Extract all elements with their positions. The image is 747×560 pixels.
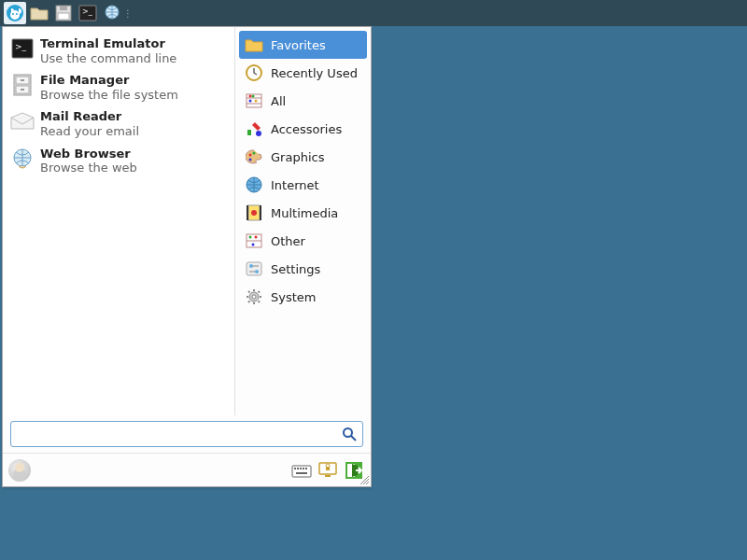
category-label: Favorites [271, 38, 326, 52]
search-icon [340, 425, 359, 443]
svg-point-56 [344, 428, 352, 437]
svg-rect-6 [58, 13, 69, 20]
app-subtitle: Use the command line [40, 51, 176, 66]
category-label: Accessories [271, 122, 342, 136]
globe-hand-icon [11, 147, 34, 170]
top-panel: >_ ⋮ [0, 0, 747, 26]
category-multimedia[interactable]: Multimedia [239, 199, 367, 227]
terminal-icon: >_ [78, 5, 97, 21]
category-internet[interactable]: Internet [239, 171, 367, 199]
svg-rect-5 [60, 6, 67, 10]
floppy-launcher[interactable] [52, 2, 75, 24]
app-file-manager[interactable]: File Manager Browse the file system [7, 69, 231, 105]
category-other[interactable]: Other [239, 227, 367, 255]
svg-rect-33 [247, 205, 248, 220]
category-label: Graphics [271, 150, 324, 164]
category-label: Other [271, 234, 305, 248]
svg-line-54 [248, 301, 250, 303]
file-cabinet-icon [12, 74, 33, 96]
file-manager-launcher[interactable] [28, 2, 50, 24]
app-web-browser[interactable]: Web Browser Browse the web [7, 143, 231, 179]
search-input[interactable] [15, 426, 340, 443]
abacus2-icon [246, 233, 262, 248]
categories-column: Favorites Recently Used All Accessories … [234, 27, 371, 415]
terminal-icon: >_ [11, 38, 34, 59]
category-label: Multimedia [271, 206, 338, 220]
globe-icon [246, 176, 262, 193]
svg-rect-16 [21, 89, 24, 91]
category-label: Internet [271, 178, 319, 192]
app-subtitle: Browse the file system [40, 88, 178, 103]
svg-rect-34 [260, 205, 261, 220]
category-label: Recently Used [271, 66, 358, 80]
film-icon [246, 204, 262, 221]
svg-point-23 [252, 95, 255, 98]
svg-point-39 [255, 236, 258, 239]
svg-point-3 [16, 13, 18, 15]
app-title: Web Browser [40, 147, 137, 161]
keyboard-icon [291, 463, 312, 478]
category-label: All [271, 94, 286, 108]
whisker-menu-button[interactable] [4, 2, 26, 24]
svg-point-47 [252, 295, 256, 299]
search-row [3, 415, 371, 453]
terminal-launcher[interactable]: >_ [77, 2, 99, 24]
svg-point-2 [12, 13, 14, 15]
svg-rect-63 [305, 468, 307, 469]
svg-point-27 [256, 131, 261, 136]
clock-icon [246, 64, 262, 81]
category-system[interactable]: System [239, 283, 367, 311]
svg-line-52 [248, 291, 250, 293]
category-label: Settings [271, 262, 320, 276]
category-accessories[interactable]: Accessories [239, 115, 367, 143]
svg-point-1 [10, 10, 20, 20]
app-subtitle: Browse the web [40, 161, 137, 175]
svg-point-29 [249, 159, 252, 161]
floppy-icon [55, 5, 72, 21]
category-favorites[interactable]: Favorites [239, 31, 367, 59]
settings-editor-button[interactable] [290, 459, 313, 482]
user-avatar[interactable] [8, 459, 31, 482]
svg-line-57 [351, 436, 356, 441]
svg-point-38 [249, 236, 252, 239]
svg-rect-66 [325, 475, 331, 477]
panel-separator: ⋮ [125, 4, 131, 22]
svg-rect-67 [326, 467, 330, 470]
svg-rect-64 [296, 472, 307, 474]
monitor-lock-icon [317, 461, 338, 480]
tools-color-icon [246, 120, 262, 137]
svg-point-24 [249, 100, 252, 103]
menu-body: >_ Terminal Emulator Use the command lin… [3, 27, 371, 415]
svg-point-40 [252, 244, 255, 246]
svg-point-35 [251, 210, 257, 216]
app-mail-reader[interactable]: Mail Reader Read your email [7, 105, 231, 142]
resize-grip[interactable] [358, 473, 369, 484]
category-all[interactable]: All [239, 87, 367, 115]
app-terminal-emulator[interactable]: >_ Terminal Emulator Use the command lin… [7, 33, 231, 69]
gear-icon [246, 288, 262, 305]
palette-icon [246, 149, 262, 164]
category-graphics[interactable]: Graphics [239, 143, 367, 171]
svg-rect-59 [294, 468, 296, 469]
app-title: Mail Reader [40, 109, 139, 124]
search-field-wrap [10, 421, 363, 447]
svg-rect-58 [292, 466, 311, 477]
svg-line-55 [259, 291, 261, 293]
globe-hand-icon [103, 4, 121, 22]
svg-rect-15 [21, 79, 24, 81]
category-recently-used[interactable]: Recently Used [239, 59, 367, 87]
svg-point-25 [255, 100, 258, 103]
svg-point-45 [255, 270, 259, 273]
category-label: System [271, 290, 316, 304]
category-settings[interactable]: Settings [239, 255, 367, 283]
sliders-icon [246, 261, 262, 276]
mouse-icon [6, 4, 24, 22]
applications-column: >_ Terminal Emulator Use the command lin… [3, 27, 234, 415]
svg-line-53 [259, 301, 261, 303]
whisker-menu-popup: >_ Terminal Emulator Use the command lin… [2, 26, 372, 487]
svg-rect-62 [303, 468, 304, 469]
web-browser-launcher[interactable] [101, 2, 123, 24]
svg-point-30 [253, 152, 256, 155]
svg-point-22 [249, 95, 252, 98]
lock-screen-button[interactable] [317, 459, 339, 482]
